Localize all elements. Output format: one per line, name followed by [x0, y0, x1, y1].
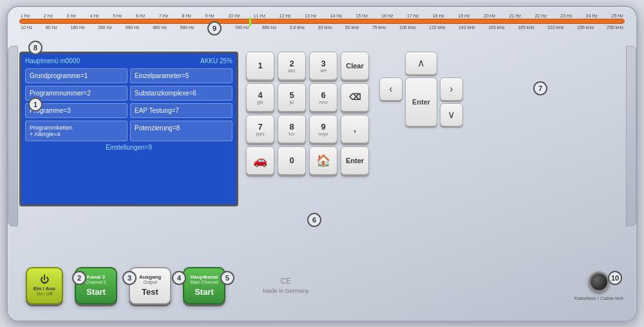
haupt-label-start: Start — [194, 287, 214, 297]
numpad: 1 2 abc 3 def Clear 4 ghi — [246, 52, 369, 175]
key-backspace[interactable]: ⌫ — [341, 83, 369, 112]
ausgang-label-test: Test — [142, 287, 158, 297]
power-label-ein: Ein / Aus — [33, 286, 55, 292]
hauptkanal-button[interactable]: Hauptkanal Main Channel Start — [183, 267, 225, 304]
key-clear[interactable]: Clear — [341, 52, 369, 80]
circle-label-5: 5 — [220, 271, 234, 285]
circle-label-9: 9 — [207, 21, 222, 35]
frequency-bar-area: 1 Hz 2 Hz 3 Hz 4 Hz 5 Hz 6 Hz 7 Hz 8 Hz … — [19, 14, 625, 49]
circle-label-10: 10 — [608, 271, 622, 285]
menu-item-6[interactable]: Substanzkomplexe=6 — [130, 86, 232, 101]
ausgang-label-top: Ausgang — [139, 274, 161, 281]
menu-item-2[interactable]: Programmnummer=2 — [25, 86, 128, 101]
key-6[interactable]: 6 mno — [309, 83, 337, 112]
menu-item-8[interactable]: Potenzierung=8 — [130, 121, 232, 141]
cable-test-jack[interactable] — [589, 272, 609, 292]
screen-menu-grid: Grundprogramme=1 Einzelparameter=5 Progr… — [25, 68, 232, 141]
key-7[interactable]: 7 pqrs — [246, 115, 274, 143]
key-8[interactable]: 8 tuv — [278, 115, 306, 143]
arrow-pad-empty-3 — [379, 103, 402, 126]
freq-top-labels: 1 Hz 2 Hz 3 Hz 4 Hz 5 Hz 6 Hz 7 Hz 8 Hz … — [19, 14, 625, 18]
screen-header: Hauptmenü m0000 AKKU 25% — [25, 57, 232, 64]
arrow-pad-empty-2 — [440, 52, 463, 75]
main-content: Hauptmenü m0000 AKKU 25% Grundprogramme=… — [19, 52, 625, 258]
device-panel: 1 2 3 4 5 6 7 8 9 10 1 Hz 2 Hz 3 Hz 4 Hz… — [6, 6, 638, 322]
key-2[interactable]: 2 abc — [278, 52, 306, 80]
circle-label-7: 7 — [533, 81, 547, 95]
menu-item-1[interactable]: Grundprogramme=1 — [25, 68, 128, 83]
kanal2-label-start: Start — [86, 287, 106, 297]
circle-label-1: 1 — [28, 97, 43, 112]
key-0[interactable]: 0 — [278, 146, 306, 175]
haupt-label-top: Hauptkanal — [190, 274, 218, 281]
power-label-on: On / Off — [37, 292, 52, 297]
menu-item-4[interactable]: Programmketten+ Allergie=4 — [25, 121, 128, 141]
key-9[interactable]: 9 wxyz — [309, 115, 337, 143]
key-3[interactable]: 3 def — [309, 52, 337, 80]
power-icon: ⏻ — [40, 274, 49, 284]
key-enter-arrow[interactable]: Enter — [405, 77, 437, 126]
key-comma[interactable]: , — [341, 115, 369, 143]
circle-label-6: 6 — [307, 213, 321, 227]
right-bar — [626, 46, 636, 226]
screen-status: AKKU 25% — [200, 57, 232, 64]
circle-label-8: 8 — [28, 41, 43, 55]
kanal2-label-top: Kanal 2 — [87, 274, 105, 281]
screen-area: Hauptmenü m0000 AKKU 25% Grundprogramme=… — [19, 52, 238, 258]
circle-label-4: 4 — [172, 271, 186, 285]
frequency-bar-track — [19, 19, 625, 24]
circle-label-3: 3 — [122, 271, 137, 285]
key-up[interactable]: ∧ — [405, 52, 437, 75]
freq-bottom-labels: 10 Hz 80 Hz 180 Hz 280 Hz 380 Hz 480 Hz … — [19, 25, 625, 30]
left-bar — [8, 46, 18, 226]
menu-item-7[interactable]: EAP Testung=7 — [130, 103, 232, 118]
made-in-germany: Made in Germany — [263, 288, 309, 294]
key-down[interactable]: ∨ — [440, 103, 463, 126]
frequency-indicator — [249, 17, 251, 26]
display-screen: Hauptmenü m0000 AKKU 25% Grundprogramme=… — [19, 52, 238, 206]
key-5[interactable]: 5 jkl — [278, 83, 306, 112]
arrow-pad: ∧ ‹ Enter › ∨ — [379, 52, 463, 129]
ausgang-label-output: Output — [143, 280, 156, 285]
key-home[interactable]: 🏠 — [309, 146, 337, 175]
key-right[interactable]: › — [440, 77, 463, 101]
key-func1[interactable]: 🚗 — [246, 146, 274, 175]
bottom-buttons: ⏻ Ein / Aus On / Off Kanal 2 Channel 2 S… — [19, 267, 625, 304]
cable-test-label: Kabeltest / Cable test — [574, 295, 623, 301]
ausgang-button[interactable]: Ausgang Output Test — [129, 267, 171, 304]
arrow-pad-empty-1 — [379, 52, 402, 75]
key-4[interactable]: 4 ghi — [246, 83, 274, 112]
screen-title: Hauptmenü m0000 — [25, 57, 80, 64]
key-1[interactable]: 1 — [246, 52, 274, 80]
power-button[interactable]: ⏻ Ein / Aus On / Off — [26, 267, 63, 304]
ce-mark: CE — [280, 277, 291, 286]
screen-footer: Einstellungen=9 — [25, 144, 232, 151]
kanal2-label-channel: Channel 2 — [86, 280, 106, 285]
keypad-area: 1 2 abc 3 def Clear 4 ghi — [246, 52, 625, 258]
key-enter-numpad[interactable]: Enter — [341, 146, 369, 175]
haupt-label-main: Main Channel — [190, 280, 218, 285]
circle-label-2: 2 — [72, 271, 86, 285]
key-left[interactable]: ‹ — [379, 77, 402, 101]
menu-item-5[interactable]: Einzelparameter=5 — [130, 68, 232, 83]
